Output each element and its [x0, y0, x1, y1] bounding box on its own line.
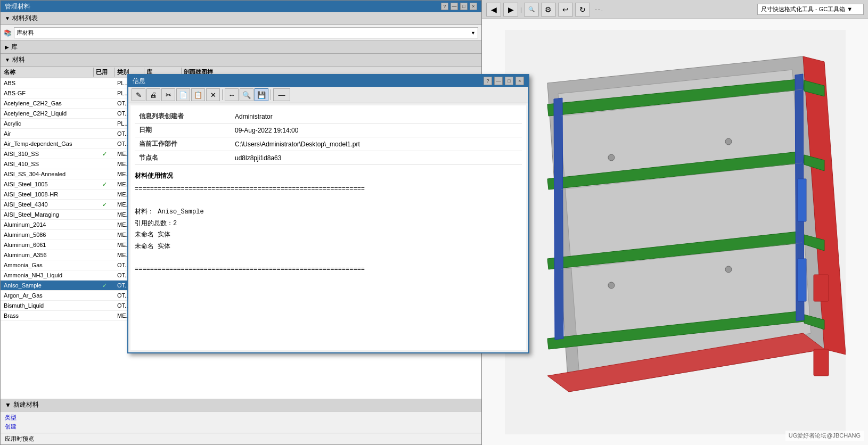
- workpart-value: C:\Users\Administrator\Desktop\_model1.p…: [231, 137, 522, 151]
- library-section-header[interactable]: ▶ 库: [1, 41, 481, 54]
- svg-rect-18: [798, 259, 806, 301]
- material-section-header[interactable]: ▼ 材料: [1, 54, 481, 67]
- mat-used-cell: [94, 295, 115, 296]
- library-section-label: 库: [11, 43, 18, 52]
- cad-svg: [505, 30, 846, 434]
- watermark: UG爱好者论坛@JBCHANG: [785, 431, 864, 441]
- mat-name-cell: Ammonia_NH3_Liquid: [1, 271, 94, 279]
- mat-used-cell: [94, 234, 115, 235]
- bottom-links: 类型 创建: [1, 411, 481, 433]
- preview-label: 应用时预览: [5, 435, 34, 442]
- info-paste-btn[interactable]: 📋: [191, 88, 205, 101]
- info-row-nodename: 节点名 ud8lz8pji1d8a63: [135, 151, 522, 165]
- mat-name-cell: AISI_Steel_1005: [1, 180, 94, 188]
- mat-name-cell: AISI_Steel_4340: [1, 201, 94, 208]
- mat-used-cell: [94, 174, 115, 175]
- mat-name-cell: Aluminum_A356: [1, 251, 94, 259]
- mat-name-cell: Bismuth_Liquid: [1, 302, 94, 309]
- tool-btn-undo[interactable]: ↩: [558, 3, 573, 17]
- mat-used-cell: [94, 265, 115, 266]
- mat-name-cell: Argon_Ar_Gas: [1, 292, 94, 299]
- create-link[interactable]: 创建: [5, 423, 477, 431]
- svg-rect-17: [798, 179, 806, 221]
- mat-name-cell: Brass: [1, 312, 94, 319]
- info-text-content: ========================================…: [135, 184, 522, 276]
- library-dropdown[interactable]: 库材料 ▼: [14, 27, 478, 38]
- info-minimize-btn[interactable]: —: [494, 77, 503, 85]
- tool-btn-gear[interactable]: ⚙: [541, 3, 556, 17]
- mat-name-cell: ABS-GF: [1, 89, 94, 97]
- new-material-arrow-icon: ▼: [5, 401, 11, 409]
- new-material-header[interactable]: ▼ 新建材料: [1, 399, 481, 411]
- usage-title: 材料使用情况: [135, 171, 522, 180]
- mat-used-cell: [94, 163, 115, 164]
- help-btn[interactable]: ?: [441, 3, 448, 10]
- info-content: 信息列表创建者 Administrator 日期 09-Aug-2022 19:…: [130, 105, 526, 350]
- 3d-view-panel: ◀ ▶ | 🔍 ⚙ ↩ ↻ · · . 尺寸快速格式化工具 - GC工具箱 ▼: [482, 0, 868, 445]
- date-value: 09-Aug-2022 19:14:00: [231, 123, 522, 137]
- dropdown-arrow-icon: ▼: [471, 30, 476, 36]
- creator-value: Administrator: [231, 110, 522, 123]
- info-save-btn[interactable]: 💾: [255, 88, 268, 101]
- tool-btn-2[interactable]: ▶: [503, 3, 518, 17]
- info-dialog: 信息 ? — □ × ✎ 🖨 ✂ 📄 📋 ✕ ↔ 🔍 💾: [127, 74, 529, 353]
- info-row-creator: 信息列表创建者 Administrator: [135, 110, 522, 123]
- mat-used-cell: ✓: [94, 282, 115, 290]
- mat-used-cell: [94, 315, 115, 316]
- info-maximize-btn[interactable]: □: [505, 77, 513, 85]
- title-text: 管理材料: [5, 2, 30, 11]
- col-name: 名称: [1, 68, 94, 77]
- mat-used-cell: [94, 254, 115, 256]
- info-title-text: 信息: [133, 77, 145, 86]
- info-minus-btn[interactable]: —: [273, 88, 290, 101]
- title-bar: 管理材料 ? — □ ×: [1, 1, 481, 12]
- nodename-value: ud8lz8pji1d8a63: [231, 151, 522, 165]
- info-help-btn[interactable]: ?: [484, 77, 492, 85]
- info-search-btn[interactable]: 🔍: [240, 88, 253, 101]
- mat-used-cell: [94, 103, 115, 104]
- mat-name-cell: Acetylene_C2H2_Liquid: [1, 110, 94, 117]
- minimize-btn[interactable]: —: [451, 3, 458, 10]
- svg-point-19: [608, 154, 615, 161]
- right-toolbar-label: · · .: [595, 6, 603, 12]
- material-manager-panel: 管理材料 ? — □ × ▼ 材料列表 📚 库材料 ▼ ▶ 库: [0, 0, 482, 445]
- mat-used-cell: ✓: [94, 180, 115, 188]
- mat-used-cell: [94, 214, 115, 215]
- toolbar-separator: |: [520, 6, 522, 13]
- mat-name-cell: AISI_410_SS: [1, 160, 94, 168]
- maximize-btn[interactable]: □: [460, 3, 468, 10]
- info-close-btn[interactable]: ×: [515, 77, 524, 85]
- info-delete-btn[interactable]: ✕: [206, 88, 220, 101]
- mat-name-cell: AISI_Steel_Maraging: [1, 211, 94, 218]
- material-list-label: 材料列表: [12, 14, 38, 23]
- mat-name-cell: ABS: [1, 79, 94, 87]
- info-row-date: 日期 09-Aug-2022 19:14:00: [135, 123, 522, 137]
- mat-name-cell: Aluminum_6061: [1, 241, 94, 249]
- svg-rect-15: [814, 275, 829, 301]
- mat-name-cell: AISI_310_SS: [1, 150, 94, 158]
- mat-name-cell: Air: [1, 130, 94, 137]
- material-list-header[interactable]: ▼ 材料列表: [1, 12, 481, 25]
- right-toolbar-dropdown[interactable]: 尺寸快速格式化工具 - GC工具箱 ▼: [757, 4, 864, 15]
- mat-used-cell: [94, 244, 115, 245]
- info-fit-btn[interactable]: ↔: [225, 88, 239, 101]
- info-print-btn[interactable]: 🖨: [146, 88, 160, 101]
- mat-used-cell: [94, 305, 115, 306]
- info-cut-btn[interactable]: ✂: [161, 88, 175, 101]
- mat-name-cell: Air_Temp-dependent_Gas: [1, 140, 94, 147]
- mat-used-cell: [94, 113, 115, 114]
- type-link[interactable]: 类型: [5, 414, 477, 422]
- mat-used-cell: [94, 83, 115, 84]
- tool-btn-zoom[interactable]: 🔍: [524, 3, 539, 17]
- mat-used-cell: [94, 194, 115, 195]
- tool-btn-redo[interactable]: ↻: [575, 3, 590, 17]
- info-edit-btn[interactable]: ✎: [132, 88, 145, 101]
- close-btn[interactable]: ×: [470, 3, 477, 10]
- info-copy-btn[interactable]: 📄: [176, 88, 190, 101]
- library-label: 库材料: [17, 29, 34, 37]
- tool-btn-1[interactable]: ◀: [486, 3, 501, 17]
- mat-name-cell: Aniso_Sample: [1, 282, 94, 289]
- svg-marker-12: [554, 98, 563, 340]
- date-label: 日期: [135, 123, 231, 137]
- right-toolbar: ◀ ▶ | 🔍 ⚙ ↩ ↻ · · . 尺寸快速格式化工具 - GC工具箱 ▼: [482, 0, 868, 19]
